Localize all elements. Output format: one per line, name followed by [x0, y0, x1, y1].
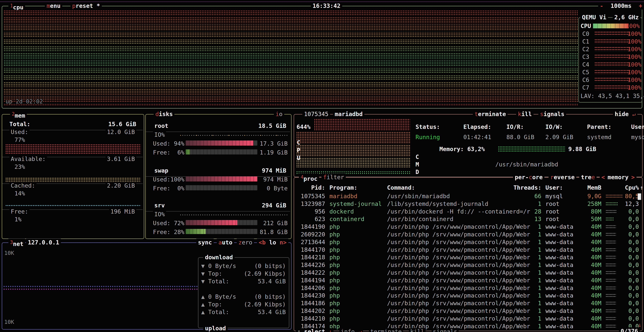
table-row[interactable]: 1844206 php /usr/bin/php /srv/www/pmacon… [296, 284, 640, 292]
signals-button[interactable]: signals [432, 328, 459, 332]
detail-cpu-percent: 644% [296, 123, 310, 130]
detail-graph-letter-u: U [297, 154, 300, 161]
menu-button[interactable]: menu [45, 2, 62, 10]
disk-root-io-label: IO% [153, 131, 166, 138]
col-cpu[interactable]: Cpu% [621, 184, 639, 191]
disk-swap-free-value: 0 Byte [267, 185, 288, 192]
cpu-mini-meter [606, 202, 618, 206]
net-auto-button[interactable]: auto [217, 239, 234, 246]
disk-srv-name: srv [153, 202, 166, 209]
upload-speed-icon: ▲ [201, 293, 204, 300]
mem-total-label: Total: [10, 121, 30, 128]
interval-decrease-button[interactable]: - [600, 3, 603, 9]
scroll-down-icon[interactable]: ↓ [638, 321, 642, 328]
mem-available-pct: 23% [14, 163, 25, 170]
download-title: download [203, 253, 234, 261]
detail-field-elapsed: Elapsed:01:42:41 [463, 123, 503, 141]
cpu-mini-meter [606, 225, 616, 229]
terminate-button[interactable]: terminate [369, 328, 403, 332]
proc-filter-button[interactable]: filter [322, 173, 346, 181]
upload-title: upload [203, 324, 228, 332]
core-meter [594, 70, 630, 75]
table-row[interactable]: 2713644 php /usr/bin/php /srv/www/pmacon… [296, 238, 640, 246]
disk-srv-free-label: Free: 28% [153, 229, 184, 235]
detail-memory-value: 9.88 GiB [568, 146, 596, 152]
col-pid[interactable]: Pid: [296, 184, 325, 191]
disk-swap-name: swap [153, 167, 170, 174]
detail-program-name: mariadbd [333, 110, 364, 118]
cpu-mini-meter [606, 317, 616, 321]
col-mem[interactable]: MemB [572, 184, 601, 191]
proc-box-title[interactable]: 4proc [299, 173, 319, 182]
download-total-label: Total: [208, 278, 229, 285]
cpu-mini-meter [606, 324, 616, 328]
net-zero-button[interactable]: zero [237, 239, 254, 246]
col-user[interactable]: User: [546, 184, 563, 191]
disk-srv-free-bar [186, 229, 258, 234]
upload-top-label: Top: [208, 301, 222, 308]
table-row[interactable]: 623 containerd /usr/bin/containerd 13 ro… [296, 215, 640, 223]
table-row[interactable]: 1844170 php /usr/bin/php /srv/www/pmacon… [296, 246, 640, 254]
detail-kill-button[interactable]: kill [516, 110, 534, 118]
core-meter [594, 32, 630, 36]
table-row[interactable]: 1844230 php /usr/bin/php /srv/www/pmacon… [296, 292, 640, 299]
disk-swap-size: 974 MiB [260, 167, 288, 174]
disk-swap-used-label: Used:100% [153, 176, 184, 183]
net-sync-button[interactable]: sync [196, 239, 214, 246]
scroll-up-icon[interactable]: ↑ [640, 184, 643, 191]
cpu-mini-meter [606, 294, 616, 298]
cpu-frequency: 2,6 GHz [613, 14, 640, 21]
table-row[interactable]: 1844226 php /usr/bin/php /srv/www/pmacon… [296, 261, 640, 269]
upload-top-value: (2.69 Kibps) [244, 301, 286, 308]
net-interface-cycle-button[interactable]: <b lo n> [257, 239, 288, 246]
table-row[interactable]: 1844222 php /usr/bin/php /srv/www/pmacon… [296, 269, 640, 276]
mem-used-value: 12.0 GiB [106, 129, 136, 135]
upload-speed: 0 Byte/s [208, 293, 236, 300]
net-download-graph [4, 286, 198, 287]
table-row[interactable]: 1844194 php /usr/bin/php /srv/www/pmacon… [296, 276, 640, 284]
col-threads[interactable]: Threads: [508, 184, 541, 191]
table-row[interactable]: 1844218 php /usr/bin/php /srv/www/pmacon… [296, 253, 640, 261]
proc-reverse-button[interactable]: reverse [548, 173, 576, 181]
mem-box-title[interactable]: 2mem [10, 110, 27, 119]
col-command[interactable]: Command: [387, 184, 415, 191]
table-row[interactable]: 1844210 php /usr/bin/php /srv/www/pmacon… [296, 315, 640, 322]
disks-box-title[interactable]: disks [154, 110, 174, 118]
table-row[interactable]: 956 dockerd /usr/bin/dockerd -H fd:// --… [296, 208, 640, 215]
detail-signals-button[interactable]: signals [538, 110, 566, 118]
disk-srv-io-graph [180, 214, 287, 216]
table-row[interactable]: 1323987 systemd-journal /lib/systemd/sys… [296, 200, 640, 208]
disk-srv-io-label: IO% [153, 211, 166, 218]
proc-tree-button[interactable]: tree [579, 173, 596, 181]
kill-button[interactable]: kill [409, 328, 426, 332]
table-row[interactable]: 1844186 php /usr/bin/php /srv/www/pmacon… [296, 299, 640, 307]
proc-sort-selector[interactable]: <memory> [600, 173, 636, 181]
preset-button[interactable]: preset * [70, 2, 102, 10]
net-box-title[interactable]: 3net [8, 239, 25, 248]
cpu-core-row: C5 100% [582, 69, 642, 76]
info-button[interactable]: info ↵ [339, 328, 363, 332]
proc-table: 1075345 mariadbd /usr/sbin/mariadbd 66 m… [296, 192, 640, 330]
disks-io-toggle[interactable]: io [274, 110, 284, 118]
disk-root-io-graph [180, 135, 287, 136]
disk-swap-free-bar [186, 185, 258, 190]
scrollbar-thumb[interactable] [638, 193, 641, 200]
cpu-box-title[interactable]: 1cpu [8, 2, 25, 11]
net-interface[interactable]: 127.0.0.1 [26, 239, 61, 246]
select-control[interactable]: ↑ select ↓ [296, 328, 334, 332]
mem-total-value: 15.6 GiB [108, 121, 136, 128]
upload-total-value: 53.4 GiB [258, 309, 286, 315]
table-row[interactable]: 2609220 php /usr/bin/php /srv/www/pmacon… [296, 231, 640, 238]
core-meter [594, 62, 630, 67]
detail-graph-letter-p: P [297, 147, 300, 154]
table-row[interactable]: 1075345 mariadbd /usr/sbin/mariadbd 66 m… [296, 192, 640, 200]
detail-cmd-letter-d: D [416, 168, 419, 175]
col-program[interactable]: Program: [330, 184, 358, 191]
table-row[interactable]: 1844202 php /usr/bin/php /srv/www/pmacon… [296, 307, 640, 315]
detail-hide-button[interactable]: hide ↵ [613, 110, 637, 118]
interval-increase-button[interactable]: + [639, 3, 642, 9]
download-top-icon: ▼ [201, 270, 204, 277]
proc-percore-button[interactable]: per-core [513, 173, 544, 181]
detail-terminate-button[interactable]: terminate [473, 110, 508, 118]
table-row[interactable]: 1844190 php /usr/bin/php /srv/www/pmacon… [296, 223, 640, 231]
